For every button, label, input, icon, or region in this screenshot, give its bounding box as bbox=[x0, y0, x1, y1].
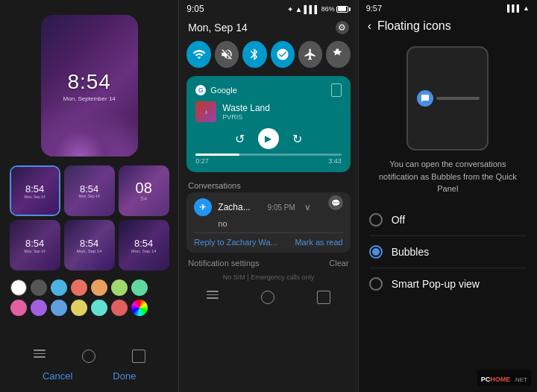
radio-bubbles[interactable] bbox=[369, 245, 383, 259]
media-play-button[interactable]: ▶ bbox=[258, 128, 279, 149]
done-button[interactable]: Done bbox=[113, 370, 136, 382]
p2-nav-menu-icon[interactable] bbox=[207, 291, 219, 304]
color-lime[interactable] bbox=[111, 279, 128, 296]
color-dark[interactable] bbox=[31, 279, 47, 296]
p2-status-icons: ✦ ▲ ▌▌▌ 86% bbox=[287, 5, 350, 13]
back-button[interactable]: ‹ bbox=[368, 19, 371, 33]
color-purple[interactable] bbox=[31, 300, 47, 316]
style-item-2[interactable]: 8:54 Mon, Sep 14 bbox=[64, 165, 115, 216]
option-smart-popup[interactable]: Smart Pop-up view bbox=[359, 268, 537, 300]
color-red[interactable] bbox=[71, 279, 87, 296]
radio-bubbles-fill bbox=[372, 248, 380, 256]
color-pink[interactable] bbox=[10, 300, 27, 316]
p2-settings-icon[interactable]: ⚙ bbox=[336, 21, 349, 34]
style-item-3[interactable]: 08 54 bbox=[119, 165, 169, 216]
quick-tile-bluetooth[interactable] bbox=[242, 41, 266, 68]
quick-tile-data[interactable] bbox=[271, 41, 295, 68]
color-rainbow[interactable] bbox=[131, 300, 148, 316]
color-yellow[interactable] bbox=[71, 300, 87, 316]
media-controls: ↺ ▶ ↻ bbox=[195, 128, 341, 149]
style-item-5[interactable]: 8:54 Mon, Sep 14 bbox=[64, 220, 115, 271]
style-item-6[interactable]: 8:54 Mon, Sep 14 bbox=[119, 220, 169, 271]
color-swatches-row2 bbox=[10, 300, 168, 316]
lockscreen-preview: 8:54 Mon, September 14 bbox=[41, 15, 138, 157]
color-white[interactable] bbox=[10, 279, 27, 296]
p2-status-bar: 9:05 ✦ ▲ ▌▌▌ 86% bbox=[179, 0, 357, 18]
color-sky[interactable] bbox=[51, 300, 67, 316]
option-off-label: Off bbox=[392, 214, 405, 226]
color-coral[interactable] bbox=[111, 300, 128, 316]
panel1-actions: Cancel Done bbox=[0, 367, 178, 385]
color-mint[interactable] bbox=[131, 279, 148, 296]
lockscreen-wallpaper bbox=[41, 97, 138, 157]
p2-notif-footer: Notification settings Clear bbox=[179, 253, 357, 274]
clear-button[interactable]: Clear bbox=[329, 259, 348, 268]
media-album-art: ♪ bbox=[195, 101, 216, 122]
style-item-1[interactable]: 8:54 Mon, Sep 14 bbox=[10, 165, 60, 216]
option-off[interactable]: Off bbox=[359, 204, 537, 235]
color-blue[interactable] bbox=[51, 279, 67, 296]
quick-tile-airplane[interactable] bbox=[298, 41, 322, 68]
p3-signal-icon: ▌▌▌ bbox=[507, 4, 521, 12]
p2-signal-icon: ▌▌▌ bbox=[304, 5, 319, 13]
quick-tile-sound[interactable] bbox=[215, 41, 239, 68]
p2-media-card: G Google ♪ Waste Land PVRIS ↺ ▶ ↻ 0:27 3… bbox=[186, 76, 350, 172]
pchome-brand: PCHOME bbox=[481, 376, 511, 383]
quick-tile-wifi[interactable] bbox=[186, 41, 210, 68]
progress-fill bbox=[195, 154, 239, 156]
radio-smart-popup[interactable] bbox=[369, 277, 383, 291]
pchome-watermark: PCHOME .NET bbox=[477, 370, 531, 386]
panel1-nav bbox=[0, 345, 178, 367]
media-source-name: Google bbox=[210, 86, 236, 95]
quick-tile-flashlight[interactable] bbox=[326, 41, 350, 68]
style-grid: 8:54 Mon, Sep 14 8:54 Mon, Sep 14 08 54 bbox=[10, 165, 169, 271]
p2-date: Mon, Sep 14 bbox=[188, 22, 247, 34]
option-bubbles[interactable]: Bubbles bbox=[359, 236, 537, 268]
p3-status-icons: ▌▌▌ ▲ bbox=[507, 4, 530, 13]
media-track-sub: PVRIS bbox=[222, 113, 270, 121]
media-track-details: Waste Land PVRIS bbox=[222, 103, 270, 121]
p2-battery-pct: 86% bbox=[321, 5, 335, 13]
p2-wifi-icon: ▲ bbox=[295, 5, 302, 13]
p2-bluetooth-icon: ✦ bbox=[287, 5, 293, 13]
nav-home-icon[interactable] bbox=[82, 350, 95, 363]
notif-bubble-icon[interactable]: 💬 bbox=[328, 195, 343, 210]
progress-bar[interactable] bbox=[195, 154, 341, 156]
nav-back-icon[interactable] bbox=[132, 350, 145, 363]
p2-header: Mon, Sep 14 ⚙ bbox=[179, 18, 357, 37]
media-forward-icon[interactable]: ↻ bbox=[292, 132, 302, 146]
nav-menu-icon[interactable] bbox=[34, 350, 45, 363]
notification-card: ✈ Zacha... 9:05 PM ∨ 💬 no Reply to Zacha… bbox=[186, 192, 350, 253]
p3-status-time: 9:57 bbox=[366, 4, 382, 13]
p3-description: You can open the conversations notificat… bbox=[359, 158, 537, 204]
option-smart-popup-label: Smart Pop-up view bbox=[392, 278, 480, 290]
bubble-line bbox=[436, 97, 480, 100]
notif-time: 9:05 PM bbox=[268, 203, 295, 212]
p2-battery-icon bbox=[336, 6, 351, 13]
color-cyan[interactable] bbox=[91, 300, 107, 316]
cancel-button[interactable]: Cancel bbox=[43, 370, 72, 382]
pchome-domain: .NET bbox=[514, 376, 527, 383]
reply-button[interactable]: Reply to Zachary Wa... bbox=[194, 238, 277, 247]
panel-lockscreen-style: 8:54 Mon, September 14 8:54 Mon, Sep 14 … bbox=[0, 0, 178, 392]
color-orange[interactable] bbox=[91, 279, 107, 296]
panel-floating-icons: 9:57 ▌▌▌ ▲ ‹ Floating icons You can open… bbox=[359, 0, 537, 392]
p2-status-time: 9:05 bbox=[186, 4, 204, 14]
radio-off[interactable] bbox=[369, 213, 383, 227]
style-item-4[interactable]: 8:54 Mon, Sep 14 bbox=[10, 220, 60, 271]
google-icon: G bbox=[195, 85, 206, 95]
notif-title-block: Zacha... bbox=[218, 202, 250, 212]
media-replay-icon[interactable]: ↺ bbox=[235, 132, 245, 146]
media-track-info: ♪ Waste Land PVRIS bbox=[195, 101, 341, 122]
telegram-icon: ✈ bbox=[194, 198, 212, 216]
p2-nav-back-icon[interactable] bbox=[317, 291, 330, 304]
progress-times: 0:27 3:43 bbox=[195, 157, 341, 165]
media-time-current: 0:27 bbox=[195, 157, 209, 165]
notif-expand-icon[interactable]: ∨ bbox=[304, 202, 311, 212]
notif-settings-link[interactable]: Notification settings bbox=[188, 259, 259, 268]
mark-read-button[interactable]: Mark as read bbox=[295, 238, 342, 247]
bubble-preview-icon bbox=[417, 90, 433, 107]
panel-notification-shade: 9:05 ✦ ▲ ▌▌▌ 86% Mon, Sep 14 ⚙ bbox=[179, 0, 357, 392]
p2-nav-home-icon[interactable] bbox=[261, 291, 274, 304]
notif-actions: Reply to Zachary Wa... Mark as read bbox=[194, 233, 342, 247]
